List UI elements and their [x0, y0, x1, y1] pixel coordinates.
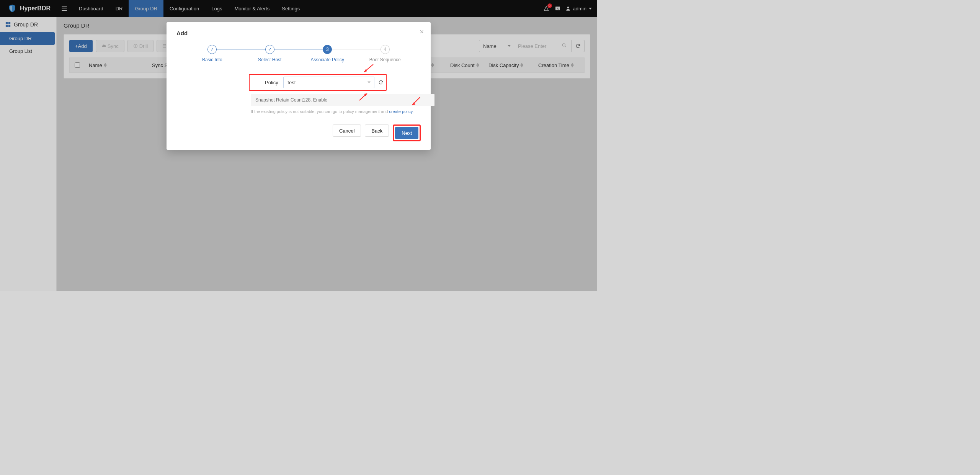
step-associate-policy: 3 Associate Policy: [299, 45, 356, 62]
step-boot-sequence: 4 Boot Sequence: [356, 45, 414, 62]
step-indicator: ✓ Basic Info ✓ Select Host 3 Associate P…: [183, 45, 414, 62]
reload-policy-icon[interactable]: [378, 79, 384, 85]
policy-summary-band: Snapshot Retain Count128, Enable: [251, 94, 434, 106]
back-button[interactable]: Back: [365, 124, 389, 137]
policy-highlight-box: Policy: test: [249, 74, 387, 91]
policy-label: Policy:: [265, 80, 279, 85]
modal-mask: Add × ✓ Basic Info ✓ Select Host 3 Assoc…: [0, 0, 597, 291]
next-button[interactable]: Next: [395, 127, 418, 139]
policy-row: Policy: test: [176, 74, 421, 91]
modal-footer: Cancel Back Next: [176, 124, 421, 141]
check-icon: ✓: [265, 45, 274, 54]
create-policy-link[interactable]: create policy: [389, 109, 412, 114]
modal-title: Add: [176, 30, 421, 36]
close-icon[interactable]: ×: [420, 28, 424, 35]
check-icon: ✓: [207, 45, 217, 54]
policy-hint: If the existing policy is not suitable, …: [251, 109, 434, 114]
cancel-button[interactable]: Cancel: [333, 124, 361, 137]
next-highlight-box: Next: [393, 124, 421, 141]
step-basic-info: ✓ Basic Info: [183, 45, 241, 62]
policy-select[interactable]: test: [283, 77, 374, 88]
add-modal: Add × ✓ Basic Info ✓ Select Host 3 Assoc…: [167, 22, 431, 150]
annotation-arrow-policy: [362, 63, 375, 74]
step-select-host: ✓ Select Host: [241, 45, 299, 62]
